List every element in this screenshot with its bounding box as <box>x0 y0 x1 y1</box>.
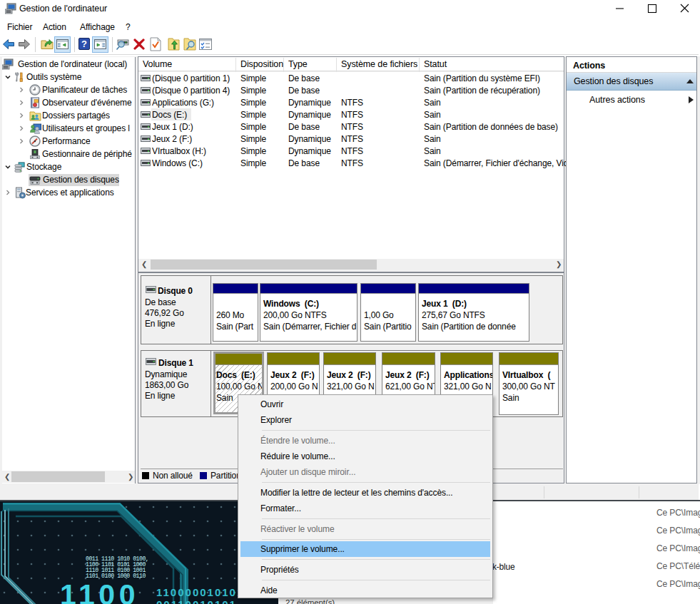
svg-text:?: ? <box>81 39 87 49</box>
svg-text:110000010101: 110000010101 <box>156 586 244 598</box>
svg-text:1100: 1100 <box>60 578 139 604</box>
